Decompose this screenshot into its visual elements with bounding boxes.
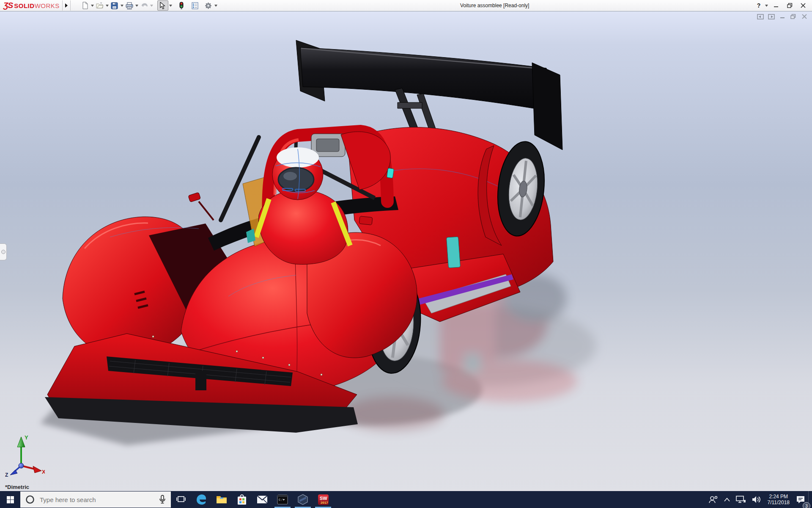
undo-icon: [140, 3, 148, 9]
reference-triad: Y X Z: [3, 431, 45, 478]
options-gear-icon: [205, 2, 212, 9]
search-input[interactable]: [38, 496, 159, 503]
open-button[interactable]: [95, 1, 105, 10]
cmd-prompt-text: C:\: [279, 498, 284, 502]
right-mirror: [359, 216, 373, 225]
windows-taskbar: C:\ SW 2017: [0, 491, 812, 508]
ds-logo-icon: ƷS: [3, 1, 13, 10]
race-car-model: [0, 11, 812, 491]
tray-date: 7/11/2018: [768, 500, 790, 505]
select-dropdown[interactable]: [168, 1, 173, 10]
command-prompt-icon: C:\: [277, 494, 288, 505]
save-dropdown[interactable]: [120, 1, 124, 10]
flyout-arrow-icon: [65, 3, 68, 8]
save-button[interactable]: [110, 1, 120, 10]
close-button[interactable]: [797, 1, 809, 10]
solidworks-2017-icon: SW 2017: [318, 494, 329, 505]
brand-bold: SOLID: [14, 2, 34, 9]
graphics-area[interactable]: Y X Z *Dimetric: [0, 11, 812, 491]
taskbar-search[interactable]: [20, 491, 171, 508]
quick-access-toolbar: [80, 0, 218, 11]
system-tray: 2:24 PM 7/11/2018 3: [706, 491, 812, 508]
microphone-icon[interactable]: [159, 495, 166, 504]
action-center-button[interactable]: 3: [793, 491, 808, 508]
doc-restore-button[interactable]: [790, 14, 797, 19]
notification-badge: 3: [803, 502, 810, 508]
new-document-button[interactable]: [80, 1, 90, 10]
pane-expand-icon: [1, 250, 5, 254]
open-folder-icon: [96, 2, 104, 9]
mail-button[interactable]: [252, 491, 272, 508]
minimize-icon: [774, 3, 779, 8]
volume-button[interactable]: [749, 491, 764, 508]
network-button[interactable]: [733, 491, 749, 508]
solidworks-logo: ƷS SOLID WORKS: [3, 1, 60, 10]
cortana-icon: [25, 495, 35, 504]
file-explorer-button[interactable]: [211, 491, 232, 508]
file-explorer-icon: [216, 495, 227, 504]
rebuild-traffic-light-icon: [179, 2, 184, 9]
minimize-button[interactable]: [770, 1, 782, 10]
solidworks-2017-button[interactable]: SW 2017: [313, 491, 333, 508]
teal-accent: [387, 168, 394, 178]
x-axis-label: X: [42, 469, 45, 475]
edge-button[interactable]: [191, 491, 211, 508]
store-icon: [237, 494, 247, 505]
menu-flyout-button[interactable]: [62, 0, 71, 11]
feature-pane-tab[interactable]: [0, 243, 7, 260]
print-dropdown[interactable]: [134, 1, 139, 10]
options-button[interactable]: [203, 1, 214, 10]
task-view-button[interactable]: [171, 491, 191, 508]
z-axis-label: Z: [5, 472, 8, 478]
hexagon-app-button[interactable]: [293, 491, 313, 508]
new-document-icon: [82, 2, 88, 9]
rebuild-button[interactable]: [176, 1, 187, 10]
people-button[interactable]: [706, 491, 721, 508]
taskbar-apps: C:\ SW 2017: [171, 491, 333, 508]
volume-icon: [752, 496, 761, 503]
sw-text: SW: [320, 496, 327, 501]
print-button[interactable]: [124, 1, 134, 10]
sw-year-text: 2017: [321, 501, 328, 505]
restore-button[interactable]: [783, 1, 796, 10]
select-tool-button[interactable]: [157, 0, 168, 11]
windows-logo-icon: [7, 496, 14, 503]
store-button[interactable]: [232, 491, 252, 508]
options-dropdown[interactable]: [214, 1, 218, 10]
pane-right-button[interactable]: [768, 14, 775, 19]
doc-minimize-button[interactable]: [779, 14, 786, 19]
document-title: Voiture assomblee [Read-only]: [460, 0, 529, 11]
edge-icon: [196, 494, 207, 505]
teal-window: [447, 237, 461, 268]
solidworks-window: ƷS SOLID WORKS: [0, 0, 812, 508]
visor: [278, 168, 314, 191]
restore-icon: [787, 3, 793, 8]
start-button[interactable]: [0, 491, 20, 508]
select-cursor-icon: [160, 2, 165, 9]
brand-light: WORKS: [35, 2, 60, 9]
y-axis-label: Y: [25, 434, 28, 441]
doc-close-button[interactable]: [801, 14, 808, 19]
mail-icon: [257, 495, 268, 504]
print-icon: [126, 2, 133, 9]
open-dropdown[interactable]: [105, 1, 110, 10]
command-prompt-button[interactable]: C:\: [272, 491, 293, 508]
hexagon-app-icon: [297, 494, 308, 505]
help-button[interactable]: ?: [754, 1, 763, 10]
close-icon: [801, 3, 806, 8]
document-window-controls: [757, 14, 808, 19]
tray-time: 2:24 PM: [768, 494, 790, 500]
chevron-up-icon: [724, 498, 730, 502]
left-mirror: [188, 192, 201, 202]
undo-button[interactable]: [139, 1, 149, 10]
people-icon: [709, 496, 718, 503]
network-icon: [736, 496, 746, 503]
clock[interactable]: 2:24 PM 7/11/2018: [764, 491, 793, 508]
file-properties-button[interactable]: [190, 1, 200, 10]
hidden-icons-button[interactable]: [721, 491, 733, 508]
help-dropdown[interactable]: [764, 1, 769, 10]
pane-left-button[interactable]: [757, 14, 764, 19]
undo-dropdown[interactable]: [149, 1, 154, 10]
new-dropdown[interactable]: [90, 1, 95, 10]
file-properties-icon: [192, 2, 198, 9]
